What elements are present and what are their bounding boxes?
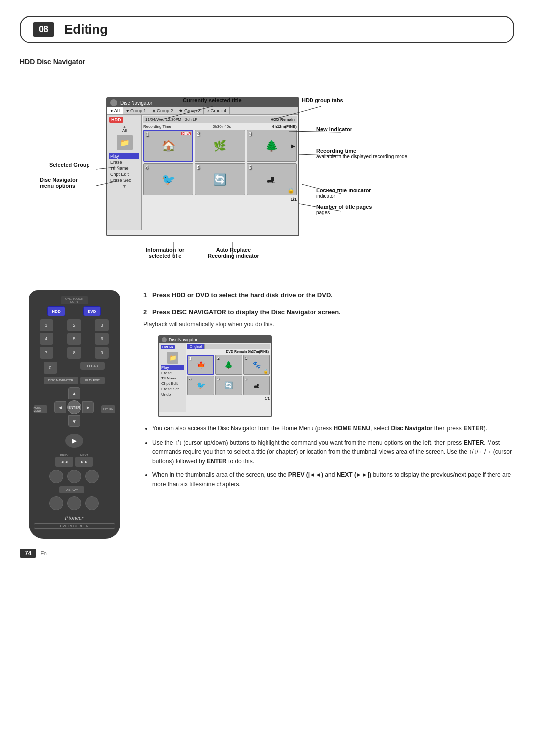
thumb-icon-6: ⛸	[266, 173, 277, 186]
remote-model: DVD RECORDER	[34, 523, 115, 529]
remote-play-btn[interactable]: ▶	[65, 434, 83, 448]
dn-thumb-5[interactable]: 5 🔄	[195, 163, 245, 195]
sdn-thumb-icon-4: 🐦	[197, 381, 205, 389]
sdn-thumb-6[interactable]: 6 ⛸	[243, 376, 270, 395]
instructions-area: 1 Press HDD or DVD to select the hard di…	[143, 290, 514, 539]
remote-num-7[interactable]: 7	[40, 347, 53, 359]
dn-menu-play[interactable]: Play	[109, 153, 139, 159]
instruction-step-1: 1 Press HDD or DVD to select the hard di…	[143, 290, 514, 300]
dn-menu-ttlname[interactable]: Ttl Name	[109, 165, 139, 171]
remote-dpad-right[interactable]: ►	[82, 401, 94, 413]
sdn-remain: DVD Remain 0h37m(FINE)	[187, 349, 270, 354]
dn-tab-group1[interactable]: ♥ Group 1	[123, 107, 149, 114]
dn-menu-erasesec[interactable]: Erase Sec	[109, 177, 139, 183]
sdn-menu-chptedit[interactable]: Chpt Edit	[161, 381, 184, 386]
thumb-new-1: NEW	[181, 132, 191, 135]
sdn-menu-erase[interactable]: Erase	[161, 370, 184, 376]
remote-num-6[interactable]: 6	[95, 333, 109, 345]
page-header: 08 Editing	[20, 16, 514, 43]
dn-thumb-6[interactable]: 6 ⛸ 🔒	[247, 163, 297, 195]
remote-num-9[interactable]: 9	[95, 347, 109, 359]
step1-text: 1 Press HDD or DVD to select the hard di…	[143, 290, 514, 300]
dn-tab-group4[interactable]: ♪ Group 4	[204, 107, 230, 114]
remote-enter-btn[interactable]: ENTER	[67, 400, 81, 414]
dn-page-indicator: 1/1	[143, 197, 297, 202]
sdn-thumb-1[interactable]: 1 🍁	[187, 355, 214, 375]
remote-num-0[interactable]: 0	[44, 362, 57, 374]
sdn-thumb-4[interactable]: 4 🐦	[187, 376, 214, 395]
dn-thumb-1[interactable]: 1 🏠 NEW	[143, 130, 193, 162]
sdn-tab-original[interactable]: Original	[187, 344, 205, 349]
main-content: HDD Disc Navigator Disc Navigator ● All …	[20, 58, 514, 539]
remote-num-4[interactable]: 4	[40, 333, 53, 345]
remote-hdd-btn[interactable]: HDD	[47, 306, 65, 316]
remote-extra-2[interactable]	[67, 470, 81, 483]
dn-title-text: Disc Navigator	[120, 100, 152, 106]
hdd-badge: HDD	[109, 117, 123, 123]
thumb-icon-5: 🔄	[213, 173, 226, 186]
dn-tab-all[interactable]: ● All	[107, 107, 123, 114]
remote-play-exit-btn[interactable]: PLAY EXIT	[80, 377, 105, 384]
bullet-item-2: Use the ↑/↓ (cursor up/down) buttons to …	[152, 438, 514, 466]
remote-prev-btn[interactable]: ◄◄	[55, 457, 73, 467]
sdn-menu-erasesec[interactable]: Erase Sec	[161, 386, 184, 392]
remote-clear-btn[interactable]: CLEAR	[80, 362, 105, 370]
sdn-menu-ttlname[interactable]: Ttl Name	[161, 376, 184, 381]
dn-thumb-3[interactable]: 3 🌲 ▶	[247, 130, 297, 162]
dn-menu-chptedit[interactable]: Chpt Edit	[109, 171, 139, 177]
sdn-thumb-icon-1: 🍁	[197, 361, 205, 369]
remote-dvd-btn[interactable]: DVD	[83, 306, 101, 316]
remote-bottom-3[interactable]	[85, 496, 99, 510]
dn-left-panel: HDD ▲ All 📁 Play Erase Ttl Name Chpt Edi…	[107, 115, 142, 230]
remote-dpad-row: HOME MENU ▲ ▼ ◄ ► ENTER RETURN	[34, 387, 115, 431]
sdn-page: 1/1	[187, 396, 270, 401]
disc-navigator-screen: Disc Navigator ● All ♥ Group 1 ♣ Group 2…	[106, 97, 299, 236]
dn-tab-group2[interactable]: ♣ Group 2	[149, 107, 176, 114]
thumb-arrow-3: ▶	[291, 143, 295, 148]
sdn-menu-undo[interactable]: Undo	[161, 392, 184, 397]
remote-disc-nav-btn[interactable]: DISC NAVIGATOR	[44, 377, 78, 384]
ann-disc-nav-menu: Disc Navigator menu options	[40, 177, 78, 189]
sdn-thumb-3[interactable]: 3 🐾 🔒	[243, 355, 270, 375]
remote-num-3[interactable]: 3	[95, 319, 109, 331]
sdn-thumb-num-1: 1	[189, 356, 191, 361]
dn-recording-bar: Recording Time 0h30m40s 6h12m(FINE)	[143, 124, 297, 129]
sdn-menu-play[interactable]: Play	[161, 365, 184, 370]
remote-display-btn[interactable]: DISPLAY	[59, 486, 84, 493]
thumb-num-3: 3	[249, 131, 252, 137]
remote-dpad-up[interactable]: ▲	[68, 387, 80, 399]
one-touch-copy-btn[interactable]: ONE TOUCH COPY	[61, 296, 88, 304]
thumb-num-1: 1	[146, 132, 149, 137]
remote-extra-3[interactable]	[85, 470, 99, 483]
ann-recording-time: Recording time available in the displaye…	[316, 148, 407, 159]
remote-home-btn[interactable]: HOME MENU	[34, 405, 47, 413]
dn-menu-erase[interactable]: Erase	[109, 159, 139, 165]
sdn-thumbs: 1 🍁 2 🌲 3 🐾 🔒	[187, 355, 270, 395]
remote-num-5[interactable]: 5	[67, 333, 81, 345]
remote-return-btn[interactable]: RETURN	[101, 405, 115, 413]
sdn-thumb-icon-6: ⛸	[253, 381, 260, 389]
dn-group-label: ▲ All	[109, 125, 139, 133]
sdn-thumb-5[interactable]: 5 🔄	[215, 376, 242, 395]
dn-recording-label: Recording Time	[143, 124, 171, 129]
remote-bottom-2[interactable]	[67, 496, 81, 510]
remote-next-btn[interactable]: ►►	[75, 457, 93, 467]
remote-num-8[interactable]: 8	[67, 347, 81, 359]
sdn-thumb-num-6: 6	[245, 377, 247, 381]
dn-recording-time: 0h30m40s	[213, 124, 231, 129]
diagram-area: Disc Navigator ● All ♥ Group 1 ♣ Group 2…	[20, 73, 514, 281]
remote-bottom-1[interactable]	[49, 496, 63, 510]
remote-dpad-down[interactable]: ▼	[68, 415, 80, 427]
ann-hdd-group-tabs: HDD group tabs	[302, 97, 343, 103]
dn-thumb-2[interactable]: 2 🌿	[195, 130, 245, 162]
sdn-thumb-num-2: 2	[217, 356, 219, 360]
dn-tab-group3[interactable]: ★ Group 3	[176, 107, 204, 114]
remote-num-1[interactable]: 1	[40, 319, 53, 331]
thumb-num-5: 5	[197, 165, 200, 170]
sdn-thumb-2[interactable]: 2 🌲	[215, 355, 242, 375]
remote-extra-1[interactable]	[49, 470, 63, 483]
dn-thumb-4[interactable]: 4 🐦	[143, 163, 193, 195]
remote-num-2[interactable]: 2	[67, 319, 81, 331]
remote-dpad-left[interactable]: ◄	[54, 401, 66, 413]
dn-right-panel: 11/04/Wed 12:30PM 2ch LP HDD Remain Reco…	[142, 115, 298, 230]
